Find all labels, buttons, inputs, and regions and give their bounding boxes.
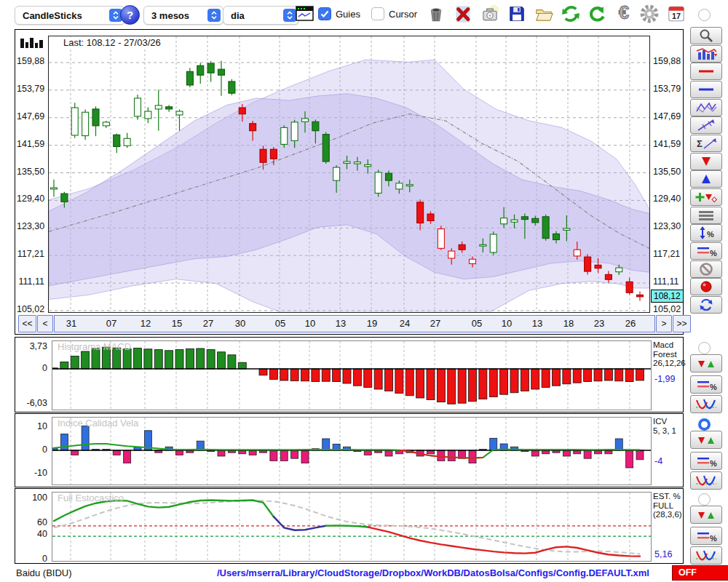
stochastic-radio[interactable] <box>698 493 711 506</box>
save-button[interactable] <box>507 4 529 25</box>
macd-percent-button[interactable]: % <box>690 375 722 394</box>
date-tick-label: 27 <box>203 318 213 329</box>
svg-text:%: % <box>707 230 714 239</box>
cursor-checkbox[interactable]: Cursor <box>371 7 417 20</box>
date-tick-label: 07 <box>106 318 116 329</box>
interval-select[interactable]: dia <box>223 6 299 25</box>
undo-arrow-icon <box>587 4 607 24</box>
date-axis-strip[interactable]: 310712152730051013192427051013182326 <box>54 315 655 332</box>
icv-percent-button[interactable]: % <box>690 452 722 470</box>
stochastic-plot[interactable] <box>52 492 652 562</box>
levels-menu-button[interactable] <box>690 207 722 224</box>
mini-window-chart-icon[interactable] <box>296 6 314 21</box>
price-tick-label: 135,50 <box>653 167 689 177</box>
floppy-disk-icon <box>507 4 527 24</box>
trash-icon <box>426 4 446 24</box>
nav-fast-back-button[interactable]: << <box>18 315 36 332</box>
icv-curves-button[interactable] <box>690 471 722 490</box>
forbidden-icon <box>694 262 719 276</box>
date-tick-label: 05 <box>275 318 285 329</box>
icv-panel: Indice Calidad Vela 100-10 ICV 5, 3, 1 -… <box>15 413 684 487</box>
refresh-button[interactable] <box>561 4 582 25</box>
zoom-tool-button[interactable] <box>690 27 722 44</box>
macd-radio[interactable] <box>698 342 711 354</box>
settings-button[interactable] <box>639 4 661 25</box>
icv-plot[interactable] <box>52 417 652 485</box>
calendar-button[interactable]: 17 <box>666 4 688 25</box>
guies-checkbox[interactable]: Guies <box>318 7 360 20</box>
levels-percent-icon: % <box>694 378 719 392</box>
icv-arrows-button[interactable] <box>690 431 722 449</box>
macd-curves-button[interactable] <box>690 395 722 413</box>
range-percent-button[interactable]: % <box>690 224 722 242</box>
trading-app-window: CandleSticks ? 3 mesos dia Guies Cursor <box>0 0 728 582</box>
candlestick-plot[interactable] <box>48 36 650 313</box>
undo-button[interactable] <box>587 4 609 25</box>
delete-button[interactable] <box>453 4 475 25</box>
off-toggle-button[interactable]: OFF <box>672 565 728 581</box>
macd-plot[interactable] <box>52 340 652 410</box>
trendline-tool-button[interactable] <box>690 116 722 134</box>
icv-radio-selected[interactable] <box>698 418 711 431</box>
price-tick-label: 153,79 <box>17 84 44 94</box>
est-percent-button[interactable]: % <box>690 527 722 545</box>
levels-percent-button[interactable]: % <box>690 242 722 260</box>
stochastic-title: Full Estocastico <box>58 493 124 503</box>
symbol-label: Baidu (BIDU) <box>16 567 72 578</box>
price-tick-label: 141,59 <box>653 139 689 149</box>
snapshot-button[interactable] <box>480 4 502 25</box>
nav-back-button[interactable]: < <box>37 315 53 332</box>
macd-arrows-button[interactable] <box>690 354 722 372</box>
period-select[interactable]: 3 mesos <box>143 6 223 25</box>
vertical-range-percent-icon: % <box>694 226 719 240</box>
sell-marker-button[interactable] <box>690 153 722 170</box>
buy-marker-button[interactable] <box>690 170 722 188</box>
record-button[interactable] <box>690 278 722 295</box>
help-button[interactable]: ? <box>120 5 140 25</box>
disable-button[interactable] <box>690 260 722 278</box>
date-tick-label: 26 <box>625 318 636 329</box>
histogram-chart-icon <box>694 47 719 61</box>
icv-right-label: ICV 5, 3, 1 <box>653 417 676 435</box>
currency-button[interactable]: € <box>613 1 635 23</box>
red-line-tool-button[interactable] <box>690 63 722 80</box>
indicator-tick-label: 10 <box>17 421 47 431</box>
price-tick-label: 129,40 <box>17 194 44 204</box>
record-icon <box>694 279 719 294</box>
sigma-trend-tool-button[interactable]: Σ <box>690 135 722 152</box>
blue-line-tool-button[interactable] <box>690 81 722 98</box>
date-tick-label: 19 <box>367 318 377 329</box>
price-tick-label: 135,50 <box>17 167 44 177</box>
svg-text:%: % <box>710 534 717 543</box>
est-curves-button[interactable] <box>690 546 722 565</box>
add-signal-icon <box>694 190 719 204</box>
main-chart-radio[interactable] <box>698 9 711 21</box>
levels-percent-icon: % <box>694 454 719 469</box>
add-signal-button[interactable] <box>690 188 722 206</box>
open-button[interactable] <box>534 4 555 25</box>
chevron-updown-icon <box>283 9 296 22</box>
red-down-arrow-icon <box>694 154 719 169</box>
calendar-day: 17 <box>672 12 681 20</box>
price-tick-label: 117,21 <box>17 249 44 259</box>
blue-up-arrow-icon <box>694 172 719 186</box>
magnifier-icon <box>694 28 719 43</box>
sigma-trend-icon: Σ <box>694 136 719 151</box>
date-tick-label: 13 <box>532 318 542 329</box>
nav-fast-fwd-button[interactable]: >> <box>673 315 691 332</box>
icv-value: -4 <box>654 456 662 466</box>
nav-fwd-button[interactable]: > <box>656 315 672 332</box>
zigzag-tool-button[interactable] <box>690 99 722 116</box>
indicator-tick-label: 40 <box>17 529 47 539</box>
est-arrows-button[interactable] <box>690 506 722 524</box>
sync-button[interactable] <box>690 296 722 314</box>
sync-arrows-icon <box>694 298 719 312</box>
indicator-chart-button[interactable] <box>690 45 722 63</box>
chart-type-select[interactable]: CandleSticks <box>15 6 125 25</box>
stochastic-value: 5,16 <box>654 549 672 559</box>
price-tick-label: 117,21 <box>653 249 689 259</box>
trash-button[interactable] <box>426 4 448 25</box>
date-tick-label: 27 <box>430 318 440 329</box>
date-tick-label: 23 <box>594 318 604 329</box>
config-path-link[interactable]: /Users/mserra/Library/CloudStorage/Dropb… <box>186 567 681 578</box>
